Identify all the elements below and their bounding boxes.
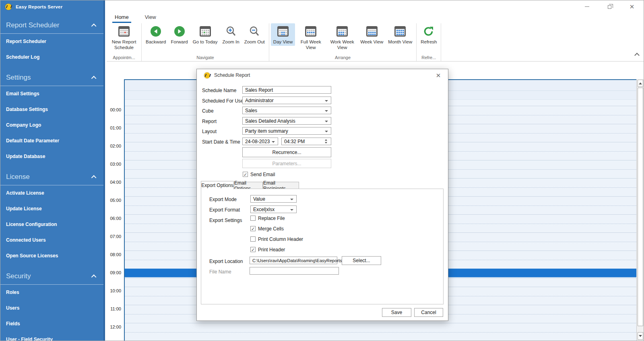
- go-to-today-button[interactable]: Go to Today: [190, 23, 220, 46]
- sidebar-section-security[interactable]: Security: [0, 269, 103, 285]
- ribbon-button-label: Refresh: [421, 39, 437, 45]
- arrow-left-circle-icon: [150, 25, 162, 38]
- zoom-in-button[interactable]: Zoom In: [220, 23, 242, 46]
- sidebar-item-connected-users[interactable]: Connected Users: [0, 232, 103, 248]
- sidebar-item-activate-license[interactable]: Activate License: [0, 185, 103, 201]
- ribbon-button-label: Zoom In: [223, 39, 239, 45]
- schedule-report-dialog: Schedule Report ✕ Schedule Name Sales Re…: [196, 69, 448, 321]
- month-view-button[interactable]: Month View: [386, 23, 415, 46]
- full-week-view-button[interactable]: Full Week View: [295, 23, 326, 51]
- export-mode-combo[interactable]: Value: [250, 195, 297, 203]
- vertical-scrollbar[interactable]: [637, 79, 644, 341]
- sidebar-item-license-configuration[interactable]: License Configuration: [0, 217, 103, 232]
- sidebar-section-license[interactable]: License: [0, 170, 103, 185]
- sidebar-nav: Report SchedulerReport SchedulerSchedule…: [0, 18, 103, 341]
- sidebar-item-database-settings[interactable]: Database Settings: [0, 102, 103, 117]
- select-location-button[interactable]: Select...: [342, 256, 381, 265]
- time-spinner-arrows-icon[interactable]: [325, 138, 330, 144]
- grid-left-border: [124, 79, 125, 341]
- file-name-input[interactable]: [250, 267, 339, 275]
- save-button[interactable]: Save: [382, 308, 411, 317]
- layout-combo[interactable]: Party item summary: [242, 127, 331, 135]
- work-week-view-button[interactable]: Work Week View: [326, 23, 358, 51]
- sidebar-item-email-settings[interactable]: Email Settings: [0, 86, 103, 101]
- recurrence-button[interactable]: Recurrence...: [242, 147, 331, 157]
- window-controls: ✕: [582, 0, 640, 12]
- sidebar-item-company-logo[interactable]: Company Logo: [0, 117, 103, 133]
- report-combo[interactable]: Sales Detailed Analysis: [242, 117, 331, 125]
- minimize-button[interactable]: [582, 2, 591, 11]
- print-header-checkbox[interactable]: ✓: [250, 247, 256, 252]
- ribbon-group-buttons: Day ViewFull Week ViewWork Week ViewWeek…: [271, 23, 415, 54]
- print-column-header-checkbox[interactable]: [250, 236, 256, 242]
- ribbon-group-refre: RefreshRefre...: [417, 23, 441, 61]
- scrollbar-thumb[interactable]: [638, 88, 643, 326]
- tab-export-options[interactable]: Export Options: [201, 181, 234, 189]
- ribbon-button-label: Forward: [171, 39, 188, 45]
- file-name-label: File Name: [209, 269, 231, 275]
- close-button[interactable]: ✕: [627, 2, 636, 11]
- hour-row-12-00[interactable]: [124, 323, 636, 341]
- forward-button[interactable]: Forward: [169, 23, 190, 46]
- report-label: Report: [202, 119, 217, 124]
- scroll-down-button[interactable]: [638, 332, 643, 340]
- cube-combo[interactable]: Sales: [242, 107, 331, 114]
- refresh-button[interactable]: Refresh: [418, 23, 439, 46]
- replace-file-checkbox[interactable]: [250, 216, 256, 221]
- new-report-schedule-button[interactable]: New Report Schedule: [108, 23, 140, 51]
- time-label: 00:00: [105, 107, 121, 112]
- send-email-checkbox[interactable]: ✓: [243, 172, 248, 177]
- ribbon-button-label: Week View: [360, 39, 383, 45]
- scheduled-for-user-combo[interactable]: Administrator: [242, 97, 331, 104]
- schedule-name-input[interactable]: Sales Report: [242, 86, 331, 94]
- backward-button[interactable]: Backward: [143, 23, 169, 46]
- sidebar-item-update-license[interactable]: Update License: [0, 201, 103, 216]
- start-time-spinner[interactable]: 04:32 PM: [281, 138, 331, 145]
- ribbon-group-label: Arrange: [271, 54, 415, 61]
- time-label: 04:00: [105, 180, 121, 185]
- week-view-button[interactable]: Week View: [358, 23, 386, 46]
- time-label: 09:00: [105, 270, 121, 275]
- calendar-workweek-icon: [336, 25, 349, 38]
- merge-cells-checkbox[interactable]: ✓: [250, 226, 256, 231]
- ribbon-button-label: Work Week View: [329, 39, 355, 51]
- sidebar-item-default-date-parameter[interactable]: Default Date Parameter: [0, 133, 103, 148]
- cancel-button[interactable]: Cancel: [414, 308, 443, 317]
- sidebar-item-users[interactable]: Users: [0, 300, 103, 316]
- half-hour-line: [124, 332, 636, 333]
- sidebar-item-roles[interactable]: Roles: [0, 285, 103, 300]
- ribbon-tab-view[interactable]: View: [142, 12, 159, 23]
- sidebar-item-open-source-licenses[interactable]: Open Source Licenses: [0, 248, 103, 263]
- scroll-up-button[interactable]: [638, 80, 643, 87]
- sidebar-item-report-scheduler[interactable]: Report Scheduler: [0, 34, 103, 49]
- schedule-name-label: Schedule Name: [202, 88, 236, 93]
- sidebar-section-report-scheduler[interactable]: Report Scheduler: [0, 18, 103, 34]
- export-format-combo[interactable]: Excel|xlsx: [250, 205, 297, 213]
- sidebar: Easy Reports Server Report SchedulerRepo…: [0, 0, 105, 341]
- dialog-close-button[interactable]: ✕: [434, 72, 442, 80]
- start-date-combo[interactable]: 24-08-2023: [242, 138, 278, 145]
- zoom-in-icon: [225, 25, 237, 38]
- sidebar-item-update-database[interactable]: Update Database: [0, 149, 103, 164]
- merge-cells-label: Merge Cells: [258, 226, 284, 232]
- zoom-out-button[interactable]: Zoom Out: [242, 23, 267, 46]
- ribbon-tab-home[interactable]: Home: [112, 12, 131, 23]
- scroll-down-icon: [639, 335, 642, 337]
- ribbon-button-label: New Report Schedule: [111, 39, 137, 51]
- ribbon-group-appointm: New Report ScheduleAppointm...: [107, 23, 142, 61]
- sidebar-section-settings[interactable]: Settings: [0, 70, 103, 86]
- chevron-up-icon: [91, 274, 97, 279]
- export-location-input[interactable]: C:\Users\ravi\AppData\Roaming\EasyReport…: [250, 257, 337, 264]
- ribbon-collapse-chevron-icon[interactable]: [634, 53, 640, 58]
- day-view-button[interactable]: Day View: [271, 23, 295, 46]
- sidebar-item-user-field-security[interactable]: User - Field Security: [0, 332, 103, 341]
- sidebar-item-scheduler-log[interactable]: Scheduler Log: [0, 49, 103, 65]
- ribbon-tabs: HomeView: [107, 12, 159, 23]
- ribbon-button-label: Full Week View: [297, 39, 324, 51]
- restore-button[interactable]: [605, 2, 614, 11]
- close-icon: ✕: [630, 4, 635, 10]
- ribbon-content: New Report ScheduleAppointm...BackwardFo…: [107, 23, 632, 61]
- ribbon-group-buttons: BackwardForwardGo to TodayZoom InZoom Ou…: [143, 23, 267, 54]
- parameters-button[interactable]: Parameters...: [242, 159, 331, 168]
- sidebar-item-fields[interactable]: Fields: [0, 316, 103, 331]
